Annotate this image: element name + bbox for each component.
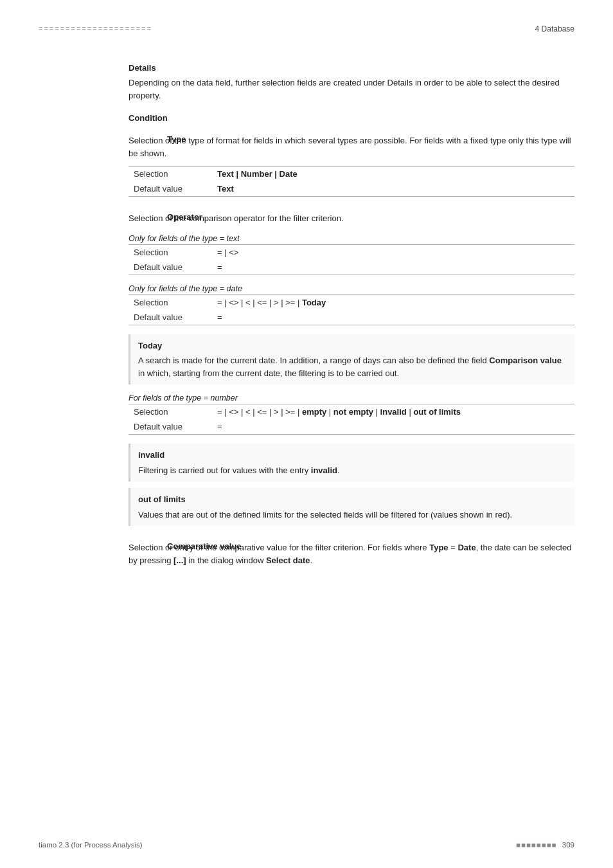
table-cell-value: Text <box>212 181 574 197</box>
table-cell-label: Default value <box>129 181 212 197</box>
table-cell-label: Selection <box>129 294 212 310</box>
table-row: Selection = | <> | < | <= | > | >= | Tod… <box>129 294 574 310</box>
footer-right: ■■■■■■■■ 309 <box>516 841 574 849</box>
table-cell-label: Selection <box>129 404 212 420</box>
comparative-label: Comparative value <box>167 541 242 551</box>
out-of-limits-text: Values that are out of the defined limit… <box>138 509 567 521</box>
table-cell-value: = <box>212 260 574 275</box>
table-row: Default value = <box>129 260 574 275</box>
date-type-label: Only for fields of the type = date <box>129 284 574 293</box>
type-label: Type <box>167 134 186 144</box>
footer: tiamo 2.3 (for Process Analysis) ■■■■■■■… <box>39 841 574 849</box>
table-row: Selection = | <> | < | <= | > | >= | emp… <box>129 404 574 420</box>
table-row: Default value = <box>129 310 574 325</box>
operator-label: Operator <box>167 212 202 222</box>
date-type-table: Selection = | <> | < | <= | > | >= | Tod… <box>129 294 574 325</box>
table-cell-label: Selection <box>129 167 212 182</box>
details-heading: Details <box>129 63 574 73</box>
number-type-label: For fields of the type = number <box>129 393 574 402</box>
table-cell-value: = <box>212 419 574 435</box>
out-of-limits-title: out of limits <box>138 493 567 506</box>
invalid-title: invalid <box>138 449 567 462</box>
table-cell-value: = | <> | < | <= | > | >= | empty | not e… <box>212 404 574 420</box>
table-cell-label: Default value <box>129 419 212 435</box>
footer-left: tiamo 2.3 (for Process Analysis) <box>39 841 143 849</box>
table-cell-label: Default value <box>129 260 212 275</box>
today-title: Today <box>138 339 567 352</box>
table-cell-value: = <box>212 310 574 325</box>
table-row: Selection Text | Number | Date <box>129 167 574 182</box>
invalid-text: Filtering is carried out for values with… <box>138 464 567 477</box>
today-box: Today A search is made for the current d… <box>129 334 574 385</box>
today-text: A search is made for the current date. I… <box>138 354 567 379</box>
table-cell-value: = | <> <box>212 244 574 260</box>
chapter-label: 4 Database <box>535 24 574 33</box>
type-text: Selection of the type of format for fiel… <box>129 134 574 159</box>
table-cell-label: Selection <box>129 244 212 260</box>
text-type-table: Selection = | <> Default value = <box>129 244 574 275</box>
text-type-label: Only for fields of the type = text <box>129 234 574 243</box>
details-text: Depending on the data field, further sel… <box>129 77 574 102</box>
table-cell-value: Text | Number | Date <box>212 167 574 182</box>
out-of-limits-box: out of limits Values that are out of the… <box>129 488 574 526</box>
table-row: Default value = <box>129 419 574 435</box>
invalid-box: invalid Filtering is carried out for val… <box>129 444 574 482</box>
table-cell-label: Default value <box>129 310 212 325</box>
condition-heading: Condition <box>129 113 574 123</box>
page-dots: ■■■■■■■■ <box>516 841 557 849</box>
type-table: Selection Text | Number | Date Default v… <box>129 166 574 197</box>
top-decoration: ===================== <box>39 24 152 32</box>
number-type-table: Selection = | <> | < | <= | > | >= | emp… <box>129 404 574 435</box>
table-cell-value: = | <> | < | <= | > | >= | Today <box>212 294 574 310</box>
page-number: 309 <box>562 841 574 849</box>
table-row: Selection = | <> <box>129 244 574 260</box>
table-row: Default value Text <box>129 181 574 197</box>
